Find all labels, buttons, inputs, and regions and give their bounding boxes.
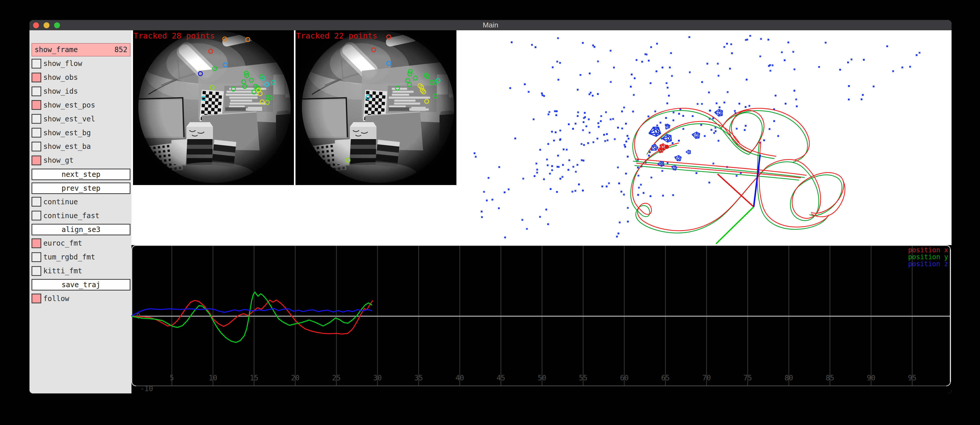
checkbox-show_obs[interactable]: show_obs xyxy=(32,73,130,82)
control-panel: show_frame852show_flowshow_obsshow_idssh… xyxy=(29,30,132,393)
checkbox-label: tum_rgbd_fmt xyxy=(43,253,95,261)
checkbox-label: continue xyxy=(43,198,78,206)
titlebar[interactable]: Main xyxy=(29,20,951,30)
legend-entry: position y xyxy=(908,253,948,261)
svg-text:10: 10 xyxy=(208,374,217,382)
desktop: { "window": { "title": "Main" }, "accent… xyxy=(0,0,980,425)
svg-text:15: 15 xyxy=(250,374,259,382)
checkbox-box-icon[interactable] xyxy=(32,252,41,262)
prev_step-button[interactable]: prev_step xyxy=(32,182,130,194)
checkbox-show_gt[interactable]: show_gt xyxy=(32,156,130,165)
checkbox-kitti_fmt[interactable]: kitti_fmt xyxy=(32,267,130,276)
checkbox-box-icon[interactable] xyxy=(32,59,41,69)
svg-text:40: 40 xyxy=(455,374,464,382)
checkbox-show_ids[interactable]: show_ids xyxy=(32,87,130,96)
checkbox-label: show_est_pos xyxy=(43,101,95,109)
svg-text:70: 70 xyxy=(702,374,711,382)
checkbox-box-icon[interactable] xyxy=(32,238,41,248)
camera-view-right[interactable]: Tracked 22 points xyxy=(296,30,457,185)
save_traj-button[interactable]: save_traj xyxy=(32,279,130,291)
checkbox-label: follow xyxy=(43,294,69,303)
tracked-points-label: Tracked 28 points xyxy=(134,31,215,40)
svg-text:45: 45 xyxy=(497,374,505,382)
position-plot[interactable]: 51015202530354045505560657075808590950-1… xyxy=(132,245,951,393)
checkbox-box-icon[interactable] xyxy=(32,294,41,304)
plot-legend: position xposition yposition z xyxy=(908,246,948,268)
main-window: Main show_frame852show_flowshow_obsshow_… xyxy=(29,20,951,393)
camera-view-left[interactable]: Tracked 28 points xyxy=(133,30,294,185)
svg-text:5: 5 xyxy=(170,374,174,382)
checkbox-label: continue_fast xyxy=(43,211,99,220)
svg-text:25: 25 xyxy=(332,374,341,382)
checkbox-euroc_fmt[interactable]: euroc_fmt xyxy=(32,239,130,248)
svg-text:85: 85 xyxy=(826,374,834,382)
checkbox-show_est_vel[interactable]: show_est_vel xyxy=(32,114,130,123)
checkbox-label: show_est_vel xyxy=(43,115,95,123)
checkbox-label: show_flow xyxy=(43,59,82,68)
checkbox-label: show_est_bg xyxy=(43,129,91,137)
align_se3-button[interactable]: align_se3 xyxy=(32,224,130,235)
checkbox-label: show_est_ba xyxy=(43,142,91,151)
checkbox-box-icon[interactable] xyxy=(32,100,41,110)
checkbox-continue[interactable]: continue xyxy=(32,197,130,206)
tracked-points-label: Tracked 22 points xyxy=(296,31,377,40)
checkbox-box-icon[interactable] xyxy=(32,128,41,137)
checkbox-box-icon[interactable] xyxy=(32,73,41,82)
checkbox-follow[interactable]: follow xyxy=(32,294,130,303)
svg-text:35: 35 xyxy=(414,374,423,382)
checkbox-label: show_ids xyxy=(43,87,78,96)
svg-text:20: 20 xyxy=(291,374,299,382)
legend-entry: position x xyxy=(908,246,948,254)
checkbox-show_est_ba[interactable]: show_est_ba xyxy=(32,142,130,151)
checkbox-box-icon[interactable] xyxy=(32,266,41,276)
window-title: Main xyxy=(29,20,951,30)
checkbox-box-icon[interactable] xyxy=(32,114,41,124)
svg-text:50: 50 xyxy=(538,374,546,382)
checkbox-show_est_pos[interactable]: show_est_pos xyxy=(32,101,130,110)
svg-text:75: 75 xyxy=(743,374,752,382)
next_step-button[interactable]: next_step xyxy=(32,169,130,180)
checkbox-tum_rgbd_fmt[interactable]: tum_rgbd_fmt xyxy=(32,252,130,262)
checkbox-box-icon[interactable] xyxy=(32,142,41,152)
slider-show_frame[interactable]: show_frame852 xyxy=(32,43,130,56)
slider-value: 852 xyxy=(114,44,127,56)
checkbox-box-icon[interactable] xyxy=(32,86,41,96)
checkbox-box-icon[interactable] xyxy=(32,155,41,165)
checkbox-label: euroc_fmt xyxy=(43,239,82,248)
checkbox-box-icon[interactable] xyxy=(32,197,41,206)
svg-text:55: 55 xyxy=(579,374,588,382)
checkbox-box-icon[interactable] xyxy=(32,211,41,220)
checkbox-label: kitti_fmt xyxy=(43,267,82,275)
legend-entry: position z xyxy=(908,260,948,268)
checkbox-label: show_obs xyxy=(43,73,78,81)
slider-label: show_frame xyxy=(35,44,78,56)
svg-text:30: 30 xyxy=(373,374,382,382)
checkbox-show_flow[interactable]: show_flow xyxy=(32,59,130,68)
checkbox-label: show_gt xyxy=(43,156,73,165)
svg-text:60: 60 xyxy=(620,374,628,382)
svg-text:80: 80 xyxy=(784,374,793,382)
svg-text:65: 65 xyxy=(661,374,670,382)
checkbox-continue_fast[interactable]: continue_fast xyxy=(32,211,130,220)
checkbox-show_est_bg[interactable]: show_est_bg xyxy=(32,128,130,137)
svg-text:95: 95 xyxy=(908,374,917,382)
y-axis-bottom-label: -10 xyxy=(140,385,153,393)
svg-text:90: 90 xyxy=(867,374,875,382)
